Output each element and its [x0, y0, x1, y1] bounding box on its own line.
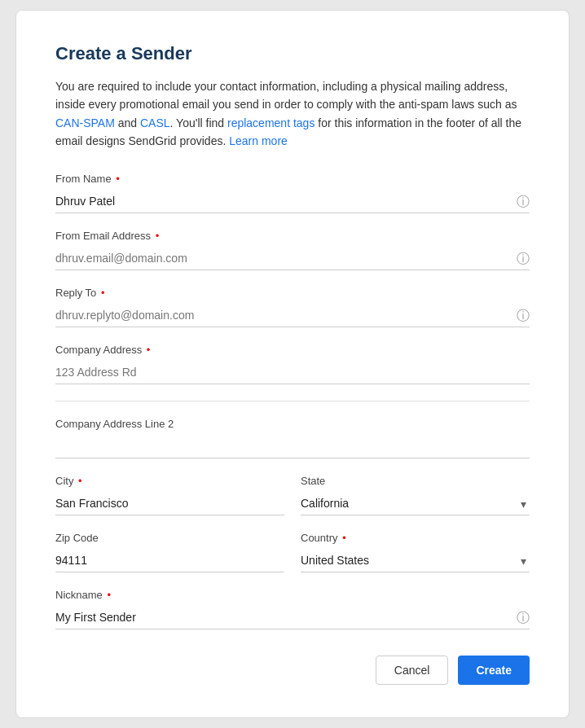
state-select-wrapper: California New York Texas Florida Other	[301, 492, 530, 515]
address-divider	[55, 401, 530, 401]
nickname-label: Nickname •	[55, 589, 530, 601]
from-name-info-icon[interactable]: ⓘ	[517, 193, 530, 210]
reply-to-input[interactable]	[55, 304, 530, 327]
country-label: Country •	[301, 532, 530, 544]
from-email-input[interactable]	[55, 247, 530, 270]
city-label: City •	[55, 475, 284, 487]
zip-code-input[interactable]	[55, 549, 284, 572]
city-state-row: City • State California New York Texas F…	[55, 475, 530, 515]
zip-country-row: Zip Code Country • United States Canada …	[55, 532, 530, 572]
from-email-input-wrapper: ⓘ	[55, 247, 530, 270]
from-email-label: From Email Address •	[55, 230, 530, 242]
company-address-2-group: Company Address Line 2	[55, 418, 530, 458]
nickname-input[interactable]	[55, 606, 530, 629]
reply-to-group: Reply To • ⓘ	[55, 287, 530, 327]
company-address-2-input[interactable]	[55, 435, 530, 458]
reply-to-input-wrapper: ⓘ	[55, 304, 530, 327]
description-text: You are required to include your contact…	[55, 77, 530, 151]
company-address-2-label: Company Address Line 2	[55, 418, 530, 430]
state-label: State	[301, 475, 530, 487]
company-address-input-wrapper	[55, 361, 530, 384]
create-sender-card: Create a Sender You are required to incl…	[15, 10, 570, 719]
can-spam-link[interactable]: CAN-SPAM	[55, 116, 115, 129]
company-address-input[interactable]	[55, 361, 530, 384]
create-button[interactable]: Create	[458, 656, 530, 685]
from-name-group: From Name • ⓘ	[55, 173, 530, 213]
country-select-wrapper: United States Canada United Kingdom Aust…	[301, 549, 530, 572]
city-group: City •	[55, 475, 284, 515]
country-select[interactable]: United States Canada United Kingdom Aust…	[301, 549, 530, 572]
from-email-group: From Email Address • ⓘ	[55, 230, 530, 270]
company-address-2-input-wrapper	[55, 435, 530, 458]
from-email-info-icon[interactable]: ⓘ	[517, 250, 530, 267]
footer-buttons: Cancel Create	[55, 656, 530, 685]
learn-more-link[interactable]: Learn more	[229, 134, 288, 147]
reply-to-label: Reply To •	[55, 287, 530, 299]
nickname-input-wrapper: ⓘ	[55, 606, 530, 629]
zip-code-label: Zip Code	[55, 532, 284, 544]
nickname-group: Nickname • ⓘ	[55, 589, 530, 629]
casl-link[interactable]: CASL	[140, 116, 170, 129]
company-address-label: Company Address •	[55, 344, 530, 356]
city-input[interactable]	[55, 492, 284, 515]
from-name-label: From Name •	[55, 173, 530, 185]
country-group: Country • United States Canada United Ki…	[301, 532, 530, 572]
state-select[interactable]: California New York Texas Florida Other	[301, 492, 530, 515]
from-name-input[interactable]	[55, 190, 530, 213]
page-title: Create a Sender	[55, 43, 530, 64]
from-name-input-wrapper: ⓘ	[55, 190, 530, 213]
cancel-button[interactable]: Cancel	[376, 656, 449, 685]
state-group: State California New York Texas Florida …	[301, 475, 530, 515]
reply-to-info-icon[interactable]: ⓘ	[517, 307, 530, 324]
zip-code-group: Zip Code	[55, 532, 284, 572]
replacement-tags-link[interactable]: replacement tags	[227, 116, 314, 129]
company-address-group: Company Address •	[55, 344, 530, 384]
nickname-info-icon[interactable]: ⓘ	[517, 609, 530, 626]
